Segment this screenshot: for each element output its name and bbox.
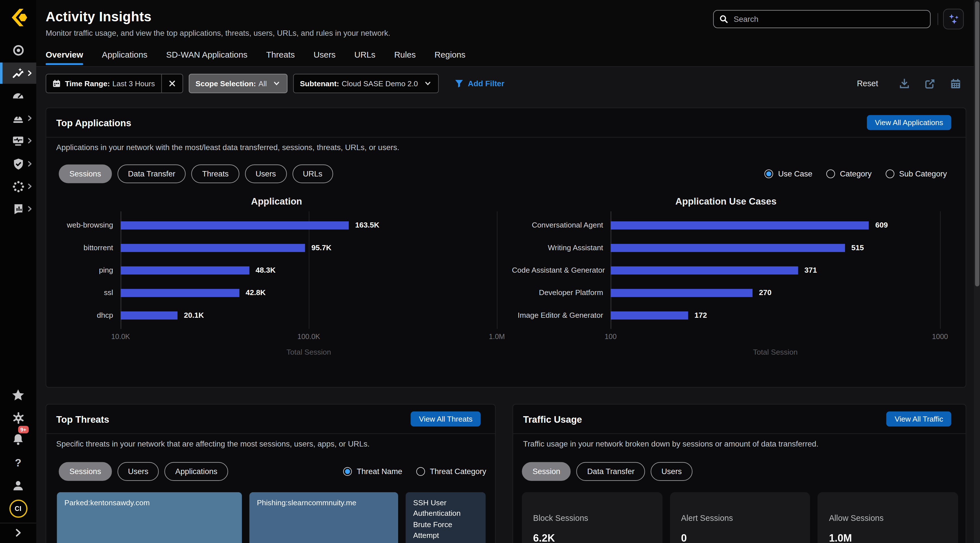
toggle-users[interactable]: Users [118, 462, 159, 481]
sidebar-item-objects[interactable] [0, 177, 36, 197]
application-bar-chart: Applicationweb-browsing163.5Kbittorrent9… [56, 196, 500, 377]
chart-value-label: 270 [759, 288, 772, 297]
chart-row: Image Editor & Generator172 [512, 304, 962, 326]
toggle-users[interactable]: Users [651, 462, 692, 481]
tab-users[interactable]: Users [313, 50, 336, 65]
toggle-users[interactable]: Users [245, 164, 287, 183]
sidebar-item-help[interactable]: ? [0, 453, 36, 473]
page-scrollbar[interactable] [974, 0, 980, 543]
calendar-icon [52, 80, 61, 88]
tab-applications[interactable]: Applications [102, 50, 147, 65]
chevron-down-icon [272, 80, 281, 88]
time-range-filter[interactable]: Time Range: Last 3 Hours [46, 74, 183, 93]
chart-bar[interactable] [121, 266, 249, 274]
search-box[interactable] [713, 10, 931, 28]
scope-selection-filter[interactable]: Scope Selection: All [189, 74, 287, 93]
reset-button[interactable]: Reset [857, 79, 878, 88]
traffic-usage-panel: Traffic Usage View All Traffic Traffic u… [512, 404, 966, 543]
sidebar-item-notifications[interactable]: 9+ [0, 430, 36, 450]
toggle-urls[interactable]: URLs [292, 164, 333, 183]
toggle-sessions[interactable]: Sessions [59, 164, 112, 183]
chart-bar[interactable] [611, 288, 752, 297]
chart-plot: Conversational Agent609Writing Assistant… [512, 214, 962, 326]
sparkles-icon [947, 13, 959, 25]
app-logo[interactable] [9, 8, 27, 27]
treemap-card[interactable]: SSH User Authentication Brute Force Atte… [406, 492, 485, 543]
chevron-right-icon [26, 205, 33, 212]
copilot-button[interactable] [943, 9, 964, 30]
radio-sub-category[interactable]: Sub Category [885, 169, 947, 178]
chart-value-label: 20.1K [184, 311, 204, 319]
toggle-threats[interactable]: Threats [191, 164, 239, 183]
top-applications-panel: Top Applications View All Applications A… [46, 108, 966, 387]
tab-rules[interactable]: Rules [394, 50, 416, 65]
sidebar-item-account[interactable]: CI [0, 498, 36, 519]
share-export-icon [924, 78, 936, 89]
radio-use-case[interactable]: Use Case [764, 169, 812, 178]
download-button[interactable] [899, 78, 910, 89]
stat-card-allow-sessions[interactable]: Allow Sessions1.0M [818, 492, 958, 543]
stat-card-block-sessions[interactable]: Block Sessions6.2K [522, 492, 662, 543]
view-all-traffic-button[interactable]: View All Traffic [886, 411, 951, 427]
sidebar-item-favorites[interactable] [0, 385, 36, 405]
chart-track: 609 [611, 214, 940, 236]
chart-row: ssl42.8K [56, 282, 500, 304]
sidebar-item-incidents-alerts[interactable] [0, 108, 36, 128]
radio-circle-icon [343, 467, 352, 476]
chart-bar[interactable] [121, 221, 349, 229]
toggle-data-transfer[interactable]: Data Transfer [576, 462, 645, 481]
tab-urls[interactable]: URLs [355, 50, 375, 65]
add-filter-button[interactable]: Add Filter [454, 79, 504, 88]
sidebar-item-workflows[interactable] [0, 131, 36, 151]
expand-sidebar-icon [13, 528, 23, 538]
subtenant-filter[interactable]: Subtenant: Cloud SASE Demo 2.0 [293, 74, 438, 93]
scrollbar-thumb[interactable] [975, 1, 979, 286]
toggle-applications[interactable]: Applications [165, 462, 228, 481]
subtenant-value: Cloud SASE Demo 2.0 [342, 79, 418, 88]
chart-bar[interactable] [611, 266, 798, 274]
remove-time-range-button[interactable] [161, 74, 182, 92]
schedule-button[interactable] [950, 78, 961, 89]
tab-overview[interactable]: Overview [46, 50, 83, 65]
top-threats-panel: Top Threats View All Threats Specific th… [46, 404, 496, 543]
stat-card-alert-sessions[interactable]: Alert Sessions0 [670, 492, 810, 543]
tab-threats[interactable]: Threats [266, 50, 295, 65]
radio-threat-category[interactable]: Threat Category [416, 467, 486, 476]
chart-category-label: web-browsing [56, 221, 113, 229]
radio-label: Threat Category [430, 467, 486, 476]
radio-circle-icon [826, 169, 835, 178]
chart-bar[interactable] [121, 311, 178, 319]
threat-radio-group: Threat NameThreat Category [343, 462, 486, 481]
chart-bar[interactable] [611, 311, 688, 319]
sidebar-item-dashboards[interactable] [0, 86, 36, 106]
chart-bar[interactable] [611, 244, 845, 252]
close-icon [169, 80, 175, 87]
sidebar-item-reports[interactable] [0, 199, 36, 219]
chart-bar[interactable] [121, 244, 305, 252]
share-button[interactable] [924, 78, 936, 89]
sidebar-item-expand-sidebar[interactable] [0, 523, 36, 543]
toggle-sessions[interactable]: Sessions [59, 462, 112, 481]
help-icon: ? [15, 457, 21, 470]
treemap-card[interactable]: Phishing:slearncommnuity.me [249, 492, 398, 543]
panel-description: Traffic usage in your network broken dow… [523, 439, 818, 448]
chart-bar[interactable] [121, 288, 239, 297]
tab-regions[interactable]: Regions [434, 50, 465, 65]
chart-bar[interactable] [611, 221, 869, 229]
sidebar-item-security-posture[interactable] [0, 154, 36, 174]
radio-threat-name[interactable]: Threat Name [343, 467, 402, 476]
treemap-card[interactable]: Parked:kentonsawdy.com [57, 492, 242, 543]
view-all-threats-button[interactable]: View All Threats [411, 411, 480, 427]
chart-row: web-browsing163.5K [56, 214, 500, 236]
sidebar-item-profile[interactable] [0, 476, 36, 496]
activity-insights-icon [12, 67, 25, 80]
radio-category[interactable]: Category [826, 169, 872, 178]
sidebar-item-command-center[interactable] [0, 40, 36, 60]
search-input[interactable] [732, 14, 924, 24]
sidebar-item-settings[interactable] [0, 408, 36, 428]
view-all-applications-button[interactable]: View All Applications [867, 115, 951, 130]
toggle-data-transfer[interactable]: Data Transfer [118, 164, 186, 183]
toggle-session[interactable]: Session [522, 462, 571, 481]
tab-sd-wan-applications[interactable]: SD-WAN Applications [166, 50, 248, 65]
sidebar-item-activity-insights[interactable] [0, 62, 36, 84]
